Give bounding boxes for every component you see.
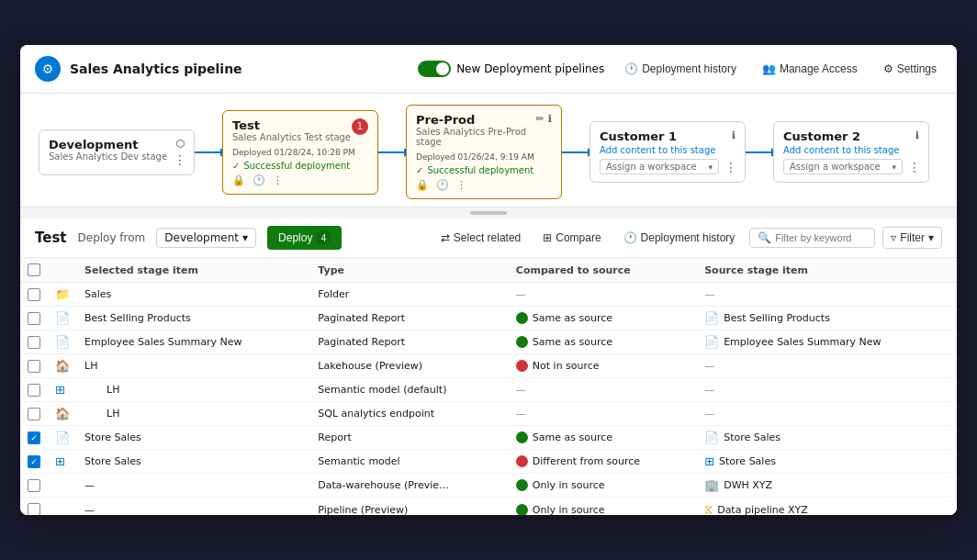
source-value: 🏢DWH XYZ bbox=[704, 478, 949, 492]
row-checkbox[interactable] bbox=[28, 360, 40, 373]
row-checkbox[interactable]: ✓ bbox=[28, 455, 40, 468]
related-icon: ⇄ bbox=[441, 231, 450, 244]
collapse-bar[interactable] bbox=[20, 207, 957, 218]
compared-value: Same as source bbox=[516, 336, 690, 348]
table-container: Selected stage item Type Compared to sou… bbox=[20, 258, 957, 515]
row-compared-cell: Not in source bbox=[509, 354, 697, 378]
row-type: Paginated Report bbox=[318, 312, 405, 324]
row-source-cell: — bbox=[697, 402, 957, 426]
row-type: Data-warehouse (Previe… bbox=[318, 479, 449, 491]
data-table: Selected stage item Type Compared to sou… bbox=[20, 258, 957, 515]
deploy-from-value: Development bbox=[164, 231, 239, 244]
filter-btn[interactable]: ▿ Filter ▾ bbox=[882, 227, 942, 249]
deploy-button[interactable]: Deploy 4 bbox=[267, 226, 342, 250]
table-row: ✓⊞Store SalesSemantic modelDifferent fro… bbox=[20, 450, 957, 474]
source-value: 📄Employee Sales Summary New bbox=[704, 335, 949, 349]
select-related-btn[interactable]: ⇄ Select related bbox=[433, 228, 528, 248]
row-checkbox[interactable] bbox=[28, 384, 40, 397]
stage-c1-dots[interactable]: ⋮ bbox=[724, 160, 737, 174]
table-row: ✓📄Store SalesReportSame as source📄Store … bbox=[20, 426, 957, 450]
row-checkbox[interactable] bbox=[28, 479, 40, 492]
row-checkbox[interactable] bbox=[28, 288, 40, 301]
info-icon3[interactable]: ℹ bbox=[732, 129, 736, 141]
row-name: Best Selling Products bbox=[84, 312, 191, 324]
stage-c2-dots[interactable]: ⋮ bbox=[908, 160, 921, 174]
row-checkbox-cell[interactable] bbox=[20, 498, 48, 516]
stage-preprod[interactable]: Pre-Prod Sales Analytics Pre-Prod stage … bbox=[406, 105, 562, 199]
filter-input[interactable] bbox=[775, 232, 867, 243]
row-icon-cell: 📄 bbox=[48, 307, 77, 330]
workspace-placeholder-c2: Assign a workspace bbox=[790, 162, 881, 172]
row-compared-cell: Only in source bbox=[509, 474, 697, 498]
select-all-checkbox[interactable] bbox=[28, 263, 40, 276]
panel-header: Test Deploy from Development ▾ Deploy 4 … bbox=[20, 218, 957, 258]
row-type: SQL analytics endpoint bbox=[318, 408, 434, 420]
stage-c1-add-content[interactable]: Add content to this stage bbox=[600, 145, 736, 155]
row-name-cell: Employee Sales Summary New bbox=[77, 330, 310, 354]
table-row: —Data-warehouse (Previe…Only in source🏢D… bbox=[20, 474, 957, 498]
stage-test-date: Deployed 01/28/24, 10:28 PM bbox=[232, 148, 368, 157]
search-icon: 🔍 bbox=[758, 231, 771, 244]
manage-access-btn[interactable]: 👥 Manage Access bbox=[757, 59, 863, 79]
deployment-history-btn[interactable]: 🕐 Deployment history bbox=[619, 59, 742, 79]
stage-dev-dots[interactable]: ⋮ bbox=[174, 152, 186, 167]
compared-value: Different from source bbox=[516, 455, 690, 467]
row-checkbox[interactable] bbox=[28, 503, 40, 515]
deploy-from-select[interactable]: Development ▾ bbox=[156, 228, 256, 248]
stage-c1-name: Customer 1 bbox=[600, 129, 677, 143]
filter-icon: ▿ bbox=[891, 231, 896, 244]
source-icon: 📄 bbox=[704, 431, 719, 444]
stage-customer2[interactable]: Customer 2 ℹ Add content to this stage A… bbox=[773, 121, 929, 183]
lock-icon[interactable]: 🔒 bbox=[232, 174, 245, 186]
row-checkbox-cell[interactable] bbox=[20, 378, 48, 402]
row-checkbox[interactable]: ✓ bbox=[28, 431, 40, 444]
arrow-line-1 bbox=[195, 151, 222, 153]
row-checkbox-cell[interactable] bbox=[20, 330, 48, 354]
row-checkbox-cell[interactable] bbox=[20, 474, 48, 498]
row-checkbox-cell[interactable] bbox=[20, 354, 48, 378]
deploy-from-label: Deploy from bbox=[78, 231, 146, 244]
history-icon2[interactable]: 🕐 bbox=[436, 179, 449, 191]
history-icon[interactable]: 🕐 bbox=[253, 174, 265, 186]
source-icon: 🏢 bbox=[704, 478, 719, 492]
stage-development[interactable]: Development Sales Analytics Dev stage ⬡ … bbox=[39, 129, 195, 175]
row-name-cell: — bbox=[77, 498, 310, 516]
arrow-preprod-c1 bbox=[562, 151, 590, 153]
stage-c1-workspace[interactable]: Assign a workspace ▾ bbox=[600, 159, 719, 174]
item-type-icon: 📁 bbox=[55, 287, 70, 301]
row-type: Lakehouse (Preview) bbox=[318, 360, 422, 372]
panel-deployment-history-btn[interactable]: 🕐 Deployment history bbox=[616, 228, 743, 248]
edit-icon[interactable]: ✏ bbox=[536, 113, 545, 125]
row-checkbox[interactable] bbox=[28, 312, 40, 325]
row-checkbox-cell[interactable] bbox=[20, 283, 48, 307]
lock-icon2[interactable]: 🔒 bbox=[416, 179, 429, 191]
row-icon-cell bbox=[48, 498, 77, 516]
row-checkbox[interactable] bbox=[28, 408, 40, 420]
stage-test[interactable]: Test Sales Analytics Test stage 1 Deploy… bbox=[222, 110, 378, 195]
row-type-cell: Report bbox=[310, 426, 509, 450]
row-checkbox-cell[interactable]: ✓ bbox=[20, 450, 48, 474]
table-header-row: Selected stage item Type Compared to sou… bbox=[20, 258, 957, 283]
panel-right: ⇄ Select related ⊞ Compare 🕐 Deployment … bbox=[433, 227, 942, 249]
row-icon-cell: ⊞ bbox=[48, 450, 77, 474]
stage-c2-add-content[interactable]: Add content to this stage bbox=[783, 145, 919, 155]
info-icon[interactable]: ℹ bbox=[548, 113, 552, 125]
dev-icon: ⬡ bbox=[175, 138, 185, 150]
row-checkbox-cell[interactable] bbox=[20, 307, 48, 330]
row-checkbox-cell[interactable]: ✓ bbox=[20, 426, 48, 450]
compare-btn[interactable]: ⊞ Compare bbox=[535, 228, 608, 248]
row-checkbox-cell[interactable] bbox=[20, 402, 48, 426]
new-deployment-toggle[interactable] bbox=[418, 61, 451, 77]
search-box[interactable]: 🔍 bbox=[749, 228, 875, 248]
stage-customer1[interactable]: Customer 1 ℹ Add content to this stage A… bbox=[590, 121, 746, 183]
info-icon4[interactable]: ℹ bbox=[915, 129, 919, 141]
row-icon-cell: 🏠 bbox=[48, 354, 77, 378]
settings-btn[interactable]: ⚙ Settings bbox=[878, 59, 942, 79]
dots-icon2[interactable]: ⋮ bbox=[456, 179, 466, 191]
row-compared-cell: Same as source bbox=[509, 330, 697, 354]
stage-c2-workspace[interactable]: Assign a workspace ▾ bbox=[783, 159, 903, 174]
collapse-handle bbox=[470, 211, 507, 215]
row-source-cell: 📄Employee Sales Summary New bbox=[697, 330, 957, 354]
row-checkbox[interactable] bbox=[28, 336, 40, 349]
dots-icon[interactable]: ⋮ bbox=[273, 174, 283, 186]
